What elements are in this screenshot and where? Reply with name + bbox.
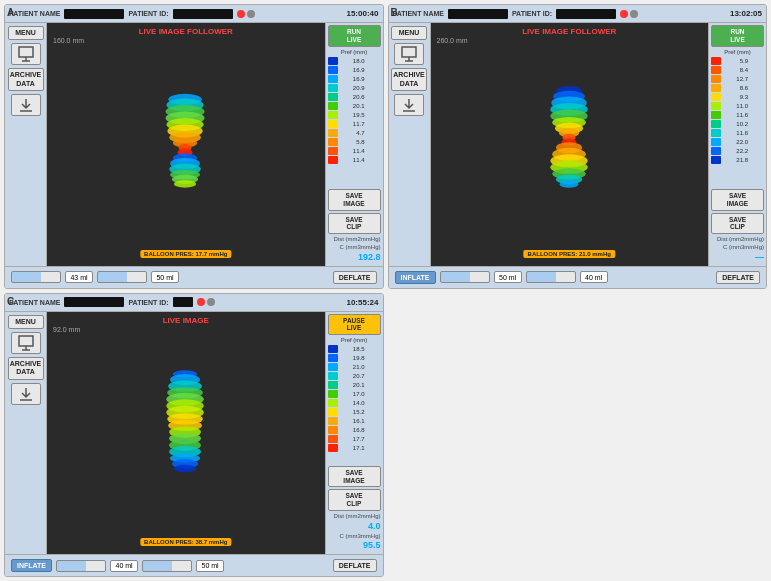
panel-b-save-clip-btn[interactable]: SAVECLIP xyxy=(711,213,764,235)
svg-rect-20 xyxy=(402,47,416,57)
panel-b-time: 13:02:05 xyxy=(730,9,762,18)
panel-c-vol2[interactable]: 50 ml xyxy=(196,560,224,572)
panel-b-vol1[interactable]: 50 ml xyxy=(494,271,522,283)
panel-c-status-dots xyxy=(197,298,215,306)
panel-b-left-sidebar: MENU ARCHIVEDATA xyxy=(389,23,431,266)
panel-b-archive-data-btn[interactable]: ARCHIVEDATA xyxy=(391,68,427,91)
panel-a-gray-dot xyxy=(247,10,255,18)
panel-b-right-panel: RUNLIVE Pref (mm) 5.9 8.4 12.7 8.6 9.3 1… xyxy=(708,23,766,266)
svg-point-40 xyxy=(559,181,578,188)
panel-a-save-image-btn[interactable]: SAVEIMAGE xyxy=(328,189,381,211)
panel-c-pref-label: Pref (mm) xyxy=(328,337,381,343)
panel-b-live-label: LIVE IMAGE FOLLOWER xyxy=(522,27,616,36)
panel-c-dist-label: Dist (mm2mmHg) xyxy=(328,513,381,521)
panel-a-live-label: LIVE IMAGE FOLLOWER xyxy=(139,27,233,36)
panel-a-display: LIVE IMAGE FOLLOWER 160.0 mm xyxy=(47,23,325,266)
panel-c-balloon-status: BALLOON PRES: 38.7 mmHg xyxy=(140,538,231,546)
panel-a-patient-name-field xyxy=(64,9,124,19)
panel-a-color-bar: 18.0 16.9 16.9 20.9 20.6 20.1 19.5 11.7 … xyxy=(328,57,381,187)
svg-rect-0 xyxy=(19,47,33,57)
panel-b-red-dot xyxy=(620,10,628,18)
panel-c-distance: 92.0 mm xyxy=(53,326,80,333)
panel-c-syringe2 xyxy=(142,560,192,572)
panel-c-balloon xyxy=(148,360,223,505)
panel-a-c-value: 192.8 xyxy=(328,252,381,264)
panel-c-archive-data-btn[interactable]: ARCHIVEDATA xyxy=(8,357,44,380)
svg-point-19 xyxy=(174,180,196,187)
panel-b-deflate-btn[interactable]: DEFLATE xyxy=(716,271,760,284)
panel-c-download-icon[interactable] xyxy=(11,383,41,405)
panel-b-download-icon[interactable] xyxy=(394,94,424,116)
panel-c-dist-value: 4.0 xyxy=(328,521,381,533)
panel-a-syringe2 xyxy=(97,271,147,283)
panel-c-pause-live-btn[interactable]: PAUSELIVE xyxy=(328,314,381,336)
panel-a-archive-icon[interactable] xyxy=(11,43,41,65)
panel-b-status-dots xyxy=(620,10,638,18)
panel-c-patient-name-label: PATIENT NAME xyxy=(9,299,60,306)
panel-b-c-label: C (mm3mmHg) xyxy=(711,244,764,252)
panel-c-patient-id-label: PATIENT ID: xyxy=(128,299,168,306)
panel-b-letter: B xyxy=(391,7,398,18)
panel-a-save-clip-btn[interactable]: SAVECLIP xyxy=(328,213,381,235)
panel-a-dist-label: Dist (mm2mmHg) xyxy=(328,236,381,244)
panel-c-archive-icon[interactable] xyxy=(11,332,41,354)
panel-b-c-value: — xyxy=(711,252,764,264)
panel-b: B PATIENT NAME PATIENT ID: 13:02:05 MENU… xyxy=(388,4,768,289)
panel-b-vol2[interactable]: 40 ml xyxy=(580,271,608,283)
panel-b-inflate-btn[interactable]: INFLATE xyxy=(395,271,436,284)
panel-a-left-sidebar: MENU ARCHIVEDATA xyxy=(5,23,47,266)
panel-a-menu-btn[interactable]: MENU xyxy=(8,26,44,40)
panel-a-vol1[interactable]: 43 ml xyxy=(65,271,93,283)
panel-c-vol1[interactable]: 40 ml xyxy=(110,560,138,572)
panel-c-time: 10:55:24 xyxy=(346,298,378,307)
panel-b-patient-name-label: PATIENT NAME xyxy=(393,10,444,17)
panel-a-archive-data-btn[interactable]: ARCHIVEDATA xyxy=(8,68,44,91)
panel-b-pref-label: Pref (mm) xyxy=(711,49,764,55)
panel-b-menu-btn[interactable]: MENU xyxy=(391,26,427,40)
panel-c-save-clip-btn[interactable]: SAVECLIP xyxy=(328,489,381,511)
panel-b-balloon-status: BALLOON PRES: 21.0 mmHg xyxy=(524,250,615,258)
panel-b-patient-name-field xyxy=(448,9,508,19)
panel-c-menu-btn[interactable]: MENU xyxy=(8,315,44,329)
panel-a-red-dot xyxy=(237,10,245,18)
panel-a-status-dots xyxy=(237,10,255,18)
panel-c-dist-block: Dist (mm2mmHg) 4.0 C (mm3mmHg) 95.5 xyxy=(328,513,381,552)
panel-c-live-label: LIVE IMAGE xyxy=(163,316,209,325)
panel-a-distance: 160.0 mm xyxy=(53,37,84,44)
main-container: A PATIENT NAME PATIENT ID: 15:00:40 MENU… xyxy=(0,0,771,581)
panel-b-save-image-btn[interactable]: SAVEIMAGE xyxy=(711,189,764,211)
panel-b-syringe1 xyxy=(440,271,490,283)
empty-cell xyxy=(388,293,768,578)
panel-b-dist-block: Dist (mm2mmHg) C (mm3mmHg) — xyxy=(711,236,764,263)
panel-a-download-icon[interactable] xyxy=(11,94,41,116)
panel-b-balloon xyxy=(532,74,607,214)
panel-b-distance: 260.0 mm xyxy=(437,37,468,44)
panel-c-display: LIVE IMAGE 92.0 mm xyxy=(47,312,325,555)
panel-a-run-live-btn[interactable]: RUNLIVE xyxy=(328,25,381,47)
panel-c-red-dot xyxy=(197,298,205,306)
svg-rect-41 xyxy=(19,336,33,346)
panel-a-pref-label: Pref (mm) xyxy=(328,49,381,55)
panel-c-save-image-btn[interactable]: SAVEIMAGE xyxy=(328,466,381,488)
panel-c-gray-dot xyxy=(207,298,215,306)
panel-b-footer: INFLATE 50 ml 40 ml DEFLATE xyxy=(389,266,767,288)
panel-a-time: 15:00:40 xyxy=(346,9,378,18)
panel-c-footer: INFLATE 40 ml 50 ml DEFLATE xyxy=(5,554,383,576)
panel-a-deflate-btn[interactable]: DEFLATE xyxy=(333,271,377,284)
panel-a-patient-id-field xyxy=(173,9,233,19)
panel-a-balloon-status: BALLOON PRES: 17.7 mmHg xyxy=(140,250,231,258)
panel-b-run-live-btn[interactable]: RUNLIVE xyxy=(711,25,764,47)
panel-c-body: MENU ARCHIVEDATA LIVE IMAGE 92.0 mm xyxy=(5,312,383,555)
panel-b-archive-icon[interactable] xyxy=(394,43,424,65)
panel-c-patient-name-field xyxy=(64,297,124,307)
panel-c-inflate-btn[interactable]: INFLATE xyxy=(11,559,52,572)
panel-b-body: MENU ARCHIVEDATA LIVE IMAGE FOLLOWER 260… xyxy=(389,23,767,266)
panel-a-dist-block: Dist (mm2mmHg) C (mm3mmHg) 192.8 xyxy=(328,236,381,263)
panel-c-color-bar: 18.5 19.8 21.0 20.7 20.1 17.0 14.0 15.2 … xyxy=(328,345,381,464)
panel-a-right-panel: RUNLIVE Pref (mm) 18.0 16.9 16.9 20.9 20… xyxy=(325,23,383,266)
panel-a-vol2[interactable]: 50 ml xyxy=(151,271,179,283)
panel-b-dist-label: Dist (mm2mmHg) xyxy=(711,236,764,244)
panel-a: A PATIENT NAME PATIENT ID: 15:00:40 MENU… xyxy=(4,4,384,289)
panel-a-c-label: C (mm3mmHg) xyxy=(328,244,381,252)
panel-c-deflate-btn[interactable]: DEFLATE xyxy=(333,559,377,572)
